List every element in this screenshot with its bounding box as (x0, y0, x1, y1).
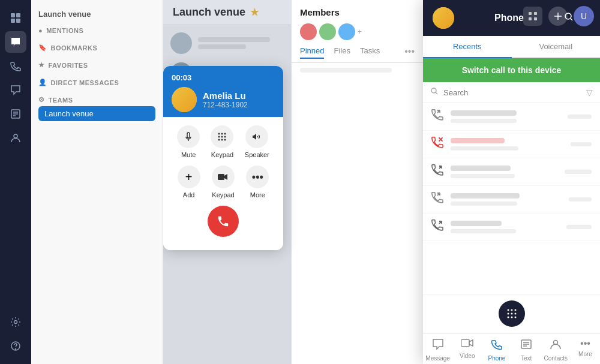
nav-text-label: Text (521, 355, 532, 362)
svg-point-11 (16, 349, 16, 350)
svg-point-19 (221, 139, 223, 141)
nav-text[interactable]: Text (512, 338, 541, 362)
svg-rect-0 (11, 13, 15, 17)
speaker-icon (245, 125, 268, 148)
nav-phone[interactable]: Phone (482, 338, 511, 362)
recent-call-item-3[interactable] (423, 158, 600, 186)
call-overlay: 00:03 Amelia Lu 712-483-1902 (163, 66, 283, 250)
call-avatar (172, 87, 197, 112)
dm-title[interactable]: 👤 DIRECT MESSAGES (38, 79, 155, 86)
nav-contacts-label: Contacts (544, 355, 568, 362)
svg-rect-43 (529, 12, 532, 15)
sidebar-icon-chat[interactable] (5, 31, 26, 53)
call-item-info-5 (451, 221, 559, 233)
channel-item-launch-venue[interactable]: Launch venue (38, 106, 155, 121)
call-detail-bar (451, 174, 515, 178)
call-name: Amelia Lu (203, 91, 248, 101)
mute-button[interactable]: Mute (177, 125, 200, 158)
call-detail-bar (451, 201, 517, 206)
more-call-button[interactable]: ••• More (246, 166, 269, 198)
tab-recents[interactable]: Recents (423, 36, 512, 58)
call-controls-row-2: + Add Keypad ••• More (172, 166, 275, 198)
nav-more[interactable]: ••• More (571, 338, 600, 362)
outgoing-call-icon (431, 164, 443, 179)
chat-lines-1 (198, 37, 270, 49)
phone-nav: Message Video Phone (423, 333, 600, 364)
keypad-label: Keypad (211, 151, 233, 158)
tab-tasks[interactable]: Tasks (360, 46, 380, 59)
sidebar-icon-settings-bottom[interactable] (5, 311, 26, 333)
keypad-button[interactable]: Keypad (211, 125, 233, 158)
svg-rect-2 (11, 19, 15, 23)
nav-message[interactable]: Message (423, 338, 452, 362)
main-title: Launch venue ★ (173, 6, 259, 19)
call-controls: Mute Keypad (163, 117, 283, 250)
right-panel-tabs: Pinned Files Tasks ••• (292, 43, 423, 63)
sidebar-icon-phone[interactable] (5, 55, 26, 77)
apps-button[interactable] (523, 7, 542, 26)
end-call-button[interactable] (208, 206, 239, 237)
tab-voicemail[interactable]: Voicemail (512, 36, 601, 57)
sidebar-icon-messages[interactable] (5, 79, 26, 101)
call-name-bar (451, 138, 505, 143)
call-time-bar (568, 115, 592, 119)
direct-messages-section: 👤 DIRECT MESSAGES (31, 75, 163, 92)
nav-phone-label: Phone (488, 355, 505, 362)
speaker-label: Speaker (245, 151, 269, 158)
nav-text-icon (520, 338, 532, 353)
nav-more-icon: ••• (580, 338, 590, 349)
search-placeholder-line (300, 68, 392, 73)
recent-call-item-1[interactable] (423, 103, 600, 131)
tab-files[interactable]: Files (334, 46, 350, 59)
outgoing-call-icon-2 (431, 219, 443, 234)
sidebar-icon-grid[interactable] (5, 7, 26, 29)
sidebar-icon-notes[interactable] (5, 103, 26, 125)
recent-call-item-5[interactable] (423, 213, 600, 241)
nav-contacts[interactable]: Contacts (541, 338, 571, 362)
phone-user-avatar (433, 7, 454, 29)
teams-title[interactable]: ⚙ TEAMS (38, 96, 155, 104)
bookmarks-title[interactable]: 🔖 BOOKMARKS (38, 44, 155, 52)
sidebar-icon-people[interactable] (5, 127, 26, 149)
call-detail-bar (451, 229, 516, 233)
incoming-call-icon-1 (431, 109, 443, 124)
mute-label: Mute (181, 151, 196, 158)
member-count-icon: + (358, 28, 362, 36)
video-icon (212, 166, 235, 188)
teams-icon: ⚙ (38, 96, 45, 104)
more-tabs-icon[interactable]: ••• (404, 46, 415, 59)
dialpad-button[interactable] (499, 300, 525, 327)
sidebar-icon-help[interactable] (5, 335, 26, 357)
svg-rect-45 (529, 17, 532, 20)
nav-video[interactable]: Video (452, 338, 482, 362)
filter-icon[interactable]: ▽ (586, 88, 593, 97)
chat-line (198, 37, 270, 42)
recent-call-item-4[interactable] (423, 186, 600, 213)
more-call-label: More (250, 191, 265, 198)
nav-contacts-icon (550, 338, 562, 353)
call-controls-row-1: Mute Keypad (172, 125, 275, 158)
add-button[interactable]: + Add (178, 166, 200, 198)
phone-search-input[interactable] (443, 88, 586, 97)
user-avatar-top[interactable]: U (574, 6, 594, 26)
star-icon[interactable]: ★ (250, 7, 259, 18)
tab-pinned[interactable]: Pinned (300, 46, 324, 59)
add-button-top[interactable] (548, 7, 568, 26)
call-name-bar (451, 221, 502, 226)
switch-call-banner[interactable]: Switch call to this device (423, 58, 600, 82)
add-icon: + (178, 166, 200, 188)
phone-avatar-img (433, 7, 454, 29)
speaker-button[interactable]: Speaker (245, 125, 269, 158)
mentions-section: ● MENTIONS (31, 23, 163, 40)
mentions-title[interactable]: ● MENTIONS (38, 27, 155, 34)
phone-panel: Phone Recents Voicemail (423, 0, 600, 364)
incoming-call-icon-2 (431, 192, 443, 207)
svg-rect-3 (16, 19, 20, 23)
call-name-bar (451, 166, 511, 171)
video-button[interactable]: Keypad (212, 166, 235, 198)
call-item-info-2 (451, 138, 563, 151)
favorites-title[interactable]: ★ FAVORITES (38, 61, 155, 69)
nav-video-label: Video (460, 353, 475, 359)
video-label: Keypad (212, 191, 234, 198)
recent-call-item-2[interactable] (423, 131, 600, 158)
